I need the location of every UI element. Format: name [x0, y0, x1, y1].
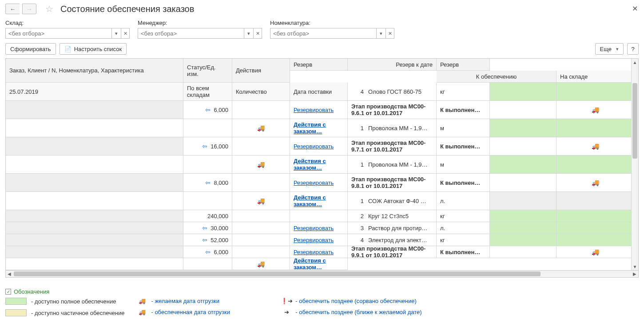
- table-row[interactable]: 4Электрод для электро…<характеристики не…: [348, 234, 437, 246]
- filter-manager-clear-icon[interactable]: ✕: [253, 28, 262, 39]
- filter-warehouse-input[interactable]: [5, 28, 112, 39]
- favorite-star-icon[interactable]: ☆: [45, 4, 53, 14]
- status-cell: К выполнен…: [437, 101, 490, 119]
- reserve-date-cell: 🚚: [557, 137, 634, 156]
- table-row[interactable]: 1Проволока ММ - 1,9 Т…<характеристики не…: [348, 119, 437, 137]
- generate-button[interactable]: Сформировать: [5, 43, 56, 55]
- order-title: Этап производства MC00-9.9.1 от 10.01.20…: [351, 246, 433, 258]
- legend-item: ❗➔- обеспечить позднее (сорвано обеспече…: [282, 298, 421, 304]
- qty-cell: 240,000: [183, 210, 232, 222]
- reserve-link[interactable]: Резервировать: [294, 237, 334, 243]
- scroll-up-icon[interactable]: ▲: [632, 59, 638, 66]
- truck-delivery-icon: 🚚: [257, 197, 265, 204]
- actions-cell[interactable]: Действия с заказом…: [290, 258, 348, 270]
- filter-nomen-dropdown-icon[interactable]: ▾: [377, 28, 386, 39]
- reserve-date-cell: 🚚: [557, 101, 634, 119]
- filter-warehouse-label: Склад:: [5, 20, 130, 26]
- order-title: Этап производства MC00-9.7.1 от 10.01.20…: [351, 140, 433, 153]
- reserve-bydate-cell: [557, 234, 634, 246]
- uom-cell: л.: [437, 222, 490, 234]
- reserve-onstock-cell: [490, 119, 557, 137]
- nav-forward-button[interactable]: →: [22, 4, 36, 14]
- table-row[interactable]: 1Проволока ММ - 1,9 Т…<характеристики не…: [348, 156, 437, 174]
- col-reserve-date-value-header: 25.07.2019: [6, 83, 183, 101]
- filter-manager-input[interactable]: [138, 28, 244, 39]
- reserve-onstock-cell: [490, 83, 557, 101]
- table-row[interactable]: Этап производства MC00-9.7.1 от 10.01.20…: [348, 137, 437, 156]
- actions-cell[interactable]: Действия с заказом…: [290, 156, 348, 174]
- table-row[interactable]: 4Олово ГОСТ 860-75<характеристики не ис…: [348, 83, 437, 101]
- delivery-date-cell: [232, 174, 290, 192]
- reserve-link[interactable]: Резервировать: [294, 225, 334, 231]
- table-row[interactable]: Этап производства MC00-9.8.1 от 10.01.20…: [348, 174, 437, 192]
- reserve-onstock-cell: [490, 156, 557, 174]
- filter-warehouse-dropdown-icon[interactable]: ▾: [112, 28, 121, 39]
- nomenclature-name: СОЖ Автокат Ф-40 кон…: [368, 198, 428, 204]
- table-row[interactable]: Этап производства MC00-9.6.1 от 10.01.20…: [348, 101, 437, 119]
- order-actions-link[interactable]: Действия с заказом…: [294, 194, 344, 207]
- actions-cell[interactable]: Действия с заказом…: [290, 192, 348, 210]
- truck-delivery-icon: 🚚: [257, 161, 265, 168]
- configure-list-button[interactable]: 📄 Настроить список: [60, 43, 127, 55]
- close-icon[interactable]: ✕: [632, 4, 638, 13]
- qty-value: 30,000: [211, 225, 228, 231]
- filter-nomen-label: Номенклатура:: [270, 20, 394, 26]
- nomenclature-name: Круг 12 Ст3пс5: [368, 213, 428, 219]
- delivery-date-cell: [232, 101, 290, 119]
- filter-nomen-input[interactable]: [270, 28, 377, 39]
- status-cell: К выполнен…: [437, 137, 490, 156]
- col-reserve-date-header: Резерв к дате: [348, 59, 437, 71]
- reserve-onstock-cell: [490, 192, 557, 210]
- order-title: Этап производства MC00-9.6.1 от 10.01.20…: [351, 103, 433, 116]
- reserve-bydate-cell: [557, 192, 634, 210]
- reserve-link[interactable]: Резервировать: [294, 143, 334, 150]
- actions-cell[interactable]: Резервировать: [290, 234, 348, 246]
- actions-cell[interactable]: Резервировать: [290, 137, 348, 156]
- horizontal-scrollbar-thumb[interactable]: [14, 271, 541, 276]
- vertical-scrollbar-thumb[interactable]: [632, 83, 637, 159]
- reserve-bydate-cell: [557, 156, 634, 174]
- order-actions-link[interactable]: Действия с заказом…: [294, 158, 344, 171]
- uom-cell: кг: [437, 83, 490, 101]
- qty-cell: ⇦ 52,000: [183, 234, 232, 246]
- actions-cell[interactable]: Резервировать: [290, 246, 348, 258]
- nav-back-button[interactable]: ←: [5, 4, 20, 14]
- reserve-link[interactable]: Резервировать: [294, 179, 334, 186]
- more-menu-button[interactable]: Еще: [595, 43, 624, 55]
- legend-toggle-checkbox-icon[interactable]: ✓: [5, 289, 11, 295]
- filter-warehouse-clear-icon[interactable]: ✕: [121, 28, 130, 39]
- qty-value: 6,000: [214, 249, 228, 255]
- qty-cell: ⇦ 16,000: [183, 137, 232, 156]
- filter-manager-dropdown-icon[interactable]: ▾: [244, 28, 253, 39]
- table-row[interactable]: 1СОЖ Автокат Ф-40 кон…<характеристики не…: [348, 192, 437, 210]
- scroll-right-icon[interactable]: ▶: [631, 271, 638, 277]
- table-row[interactable]: 2Круг 12 Ст3пс5<характеристики не ис…: [348, 210, 437, 222]
- legend-swatch: [5, 309, 27, 316]
- actions-cell[interactable]: Резервировать: [290, 101, 348, 119]
- scroll-left-icon[interactable]: ◀: [6, 271, 13, 277]
- actions-cell[interactable]: Резервировать: [290, 222, 348, 234]
- reserve-allstocks-cell: [6, 174, 183, 192]
- actions-cell[interactable]: Резервировать: [290, 174, 348, 192]
- col-status-header: Статус/Ед. изм.: [183, 59, 232, 83]
- status-cell: К выполнен…: [437, 246, 490, 258]
- horizontal-scrollbar[interactable]: ◀ ▶: [5, 271, 639, 278]
- actions-cell[interactable]: Действия с заказом…: [290, 119, 348, 137]
- table-row[interactable]: 3Раствор для протирки …<характеристики н…: [348, 222, 437, 234]
- order-actions-link[interactable]: Действия с заказом…: [294, 258, 344, 270]
- delivery-date-cell: [232, 246, 290, 258]
- legend-title[interactable]: ✓ Обозначения: [5, 288, 639, 295]
- scroll-down-icon[interactable]: ▼: [632, 263, 638, 270]
- filter-nomen-clear-icon[interactable]: ✕: [386, 28, 394, 39]
- legend-item: - доступно частичное обеспечение: [5, 309, 124, 316]
- line-number: 1: [351, 161, 364, 168]
- reserve-link[interactable]: Резервировать: [294, 249, 334, 255]
- vertical-scrollbar[interactable]: ▲ ▼: [631, 59, 638, 270]
- help-button[interactable]: ?: [627, 43, 639, 55]
- reserve-onstock-cell: [490, 222, 557, 234]
- table-row[interactable]: Этап производства MC00-9.9.1 от 10.01.20…: [348, 246, 437, 258]
- reserve-link[interactable]: Резервировать: [294, 107, 334, 113]
- line-number: 1: [351, 198, 364, 204]
- order-actions-link[interactable]: Действия с заказом…: [294, 121, 344, 135]
- uom-cell: м: [437, 119, 490, 137]
